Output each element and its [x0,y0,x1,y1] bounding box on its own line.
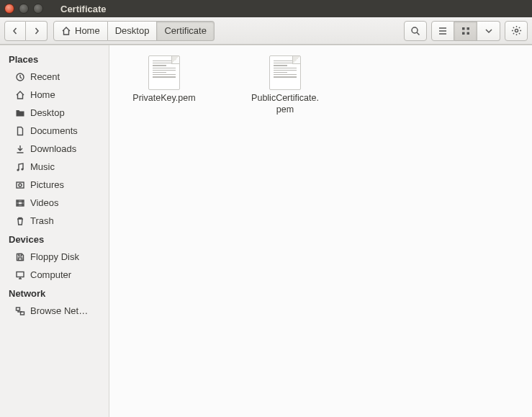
sidebar-item-documents[interactable]: Documents [0,122,109,140]
svg-point-7 [17,169,19,171]
forward-button[interactable] [26,21,48,41]
file-item[interactable]: PublicCertificate.pem [235,55,335,407]
search-icon [410,26,420,36]
window-minimize-button[interactable] [19,4,29,14]
sidebar-item-floppy-disk[interactable]: Floppy Disk [0,248,109,266]
body: PlacesRecentHomeDesktopDocumentsDownload… [0,45,532,417]
home-icon [61,26,71,36]
sidebar-header-places: Places [0,50,109,68]
sidebar: PlacesRecentHomeDesktopDocumentsDownload… [0,45,109,417]
file-label: PublicCertificate.pem [251,93,319,115]
svg-rect-15 [17,308,20,310]
svg-rect-14 [17,272,24,277]
sidebar-item-recent[interactable]: Recent [0,68,109,86]
computer-icon [14,270,26,280]
recent-icon [14,72,26,82]
svg-rect-1 [462,27,465,30]
svg-rect-2 [466,27,469,30]
sidebar-item-desktop[interactable]: Desktop [0,104,109,122]
sidebar-item-pictures[interactable]: Pictures [0,176,109,194]
chevron-right-icon [33,27,40,35]
search-button[interactable] [404,21,427,41]
svg-point-5 [515,29,518,32]
sidebar-item-label: Documents [30,125,78,136]
svg-point-0 [412,27,418,33]
breadcrumb-certificate[interactable]: Certificate [157,21,215,41]
sidebar-item-computer[interactable]: Computer [0,266,109,284]
grid-icon [461,26,471,36]
doc-icon [14,126,26,136]
sidebar-item-trash[interactable]: Trash [0,212,109,230]
download-icon [14,144,26,154]
sidebar-item-label: Videos [30,197,59,208]
chevron-left-icon [12,27,19,35]
icon-view-button[interactable] [454,21,477,41]
titlebar[interactable]: Certificate [0,0,532,17]
sidebar-header-devices: Devices [0,230,109,248]
svg-point-10 [19,184,22,187]
sidebar-item-label: Browse Net… [30,305,88,316]
svg-point-8 [21,168,23,170]
sidebar-item-music[interactable]: Music [0,158,109,176]
desktop-icon [14,108,26,118]
svg-rect-9 [17,182,24,188]
sidebar-item-label: Trash [30,215,54,226]
sidebar-item-label: Downloads [30,143,76,154]
toolbar: HomeDesktopCertificate [0,17,532,45]
music-icon [14,162,26,172]
network-icon [14,306,26,316]
breadcrumb: HomeDesktopCertificate [53,21,215,41]
svg-rect-13 [19,258,22,261]
gear-icon [511,25,522,36]
text-file-icon [269,55,301,90]
sidebar-item-home[interactable]: Home [0,86,109,104]
window-maximize-button[interactable] [33,4,43,14]
videos-icon [14,198,26,208]
text-file-icon [148,55,180,90]
sidebar-item-downloads[interactable]: Downloads [0,140,109,158]
sidebar-item-label: Computer [30,269,71,280]
pictures-icon [14,180,26,190]
settings-button[interactable] [505,21,528,41]
sidebar-item-videos[interactable]: Videos [0,194,109,212]
svg-rect-3 [462,32,465,35]
sidebar-item-label: Recent [30,71,60,82]
view-mode-buttons [431,21,500,41]
sidebar-item-label: Music [30,161,55,172]
breadcrumb-label: Home [75,25,100,36]
back-button[interactable] [4,21,26,41]
sidebar-header-network: Network [0,284,109,302]
view-more-button[interactable] [477,21,500,41]
sidebar-item-browse-net-[interactable]: Browse Net… [0,302,109,320]
sidebar-item-label: Pictures [30,179,64,190]
svg-rect-4 [466,32,469,35]
breadcrumb-label: Desktop [115,25,150,36]
sidebar-item-label: Floppy Disk [30,251,79,262]
window-close-button[interactable] [4,4,14,14]
folder-content[interactable]: PrivateKey.pemPublicCertificate.pem [109,45,532,417]
file-manager-window: Certificate HomeDesktopCertificate [0,0,532,417]
breadcrumb-desktop[interactable]: Desktop [108,21,158,41]
trash-icon [14,216,26,226]
breadcrumb-home[interactable]: Home [53,21,108,41]
home-icon [14,90,26,100]
file-item[interactable]: PrivateKey.pem [114,55,215,407]
list-view-button[interactable] [431,21,454,41]
floppy-icon [14,252,26,262]
nav-buttons [4,21,48,41]
sidebar-item-label: Desktop [30,107,65,118]
breadcrumb-label: Certificate [164,25,207,36]
window-title: Certificate [60,4,107,14]
sidebar-item-label: Home [30,89,55,100]
chevron-down-icon [485,27,492,35]
svg-rect-12 [19,254,22,256]
file-label: PrivateKey.pem [132,93,195,104]
list-icon [438,26,448,36]
